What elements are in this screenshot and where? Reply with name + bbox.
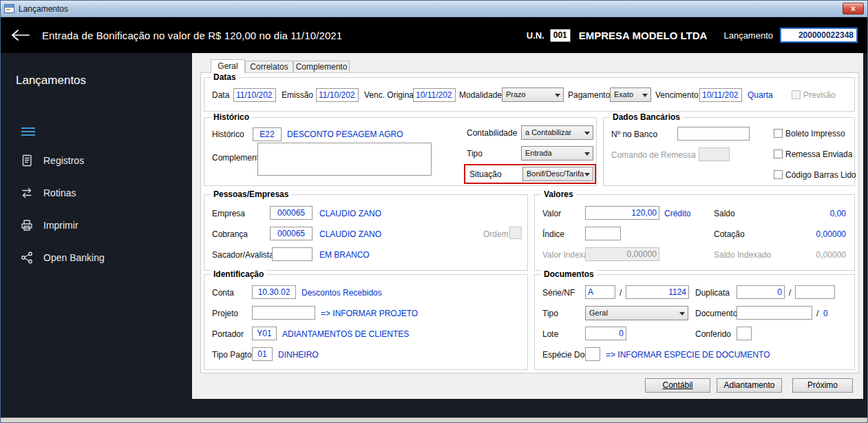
sacador-avalista-input[interactable] [272, 247, 313, 261]
open-banking-icon [20, 251, 34, 265]
proximo-button-label: Próximo [807, 380, 838, 390]
remessa-enviada-checkbox[interactable] [774, 149, 783, 158]
rotinas-icon [20, 186, 34, 200]
venc-original-input[interactable] [413, 88, 456, 102]
sidebar-item-registros[interactable]: Registros [20, 152, 178, 169]
duplicata-input[interactable] [737, 285, 785, 299]
duplicata-label: Duplicata [695, 286, 730, 300]
contabilidade-select[interactable]: a Contabilizar [521, 125, 593, 140]
tab-correlatos[interactable]: Correlatos [245, 61, 293, 73]
conta-input[interactable] [252, 285, 296, 299]
empresa-code-input[interactable] [270, 206, 313, 220]
tab-complemento[interactable]: Complemento [293, 61, 350, 73]
tipo-pagto-description: DINHEIRO [278, 348, 319, 362]
cotacao-label: Cotação [714, 227, 745, 241]
chevron-down-icon [642, 94, 648, 100]
nf-input[interactable] [626, 285, 689, 299]
tipo-doc-value: Geral [589, 309, 608, 317]
indice-input[interactable] [585, 227, 621, 240]
duplicata2-input[interactable] [795, 285, 835, 299]
conferido-label: Conferido [695, 327, 731, 341]
chevron-down-icon [679, 312, 685, 318]
portador-input[interactable] [252, 327, 277, 340]
modalidade-select[interactable]: Prazo [502, 87, 564, 102]
codigo-barras-checkbox[interactable] [774, 170, 783, 179]
documento-input[interactable] [737, 306, 812, 320]
sidebar-title: Lançamentos [16, 74, 86, 87]
tipo-value: Entrada [525, 149, 552, 157]
pagamento-label: Pagamento [568, 88, 610, 102]
window-titlebar[interactable]: Lançamentos × [1, 1, 867, 17]
sidebar-item-open-banking[interactable]: Open Banking [20, 249, 178, 266]
weekday-text: Quarta [748, 88, 773, 102]
conferido-input[interactable] [737, 327, 752, 340]
app-icon[interactable] [4, 4, 14, 13]
sacador-avalista-label: Sacador/Avalista [212, 248, 274, 262]
tipo-label: Tipo [467, 147, 483, 161]
sidebar-item-label: Registros [43, 155, 84, 166]
un-label: U.N. [527, 30, 544, 41]
sacador-avalista-name: EM BRANCO [319, 248, 370, 262]
sidebar-item-label: Rotinas [43, 187, 76, 198]
indice-label: Índice [542, 227, 564, 241]
close-icon[interactable]: × [843, 3, 864, 14]
lote-input[interactable] [585, 327, 626, 340]
data-input[interactable] [233, 88, 276, 102]
pagamento-value: Exato [614, 90, 633, 99]
especie-doc-hint: => INFORMAR ESPECIE DE DOCUMENTO [606, 348, 770, 362]
group-title: Datas [211, 72, 239, 82]
menu-icon[interactable] [21, 127, 35, 136]
previsao-checkbox[interactable] [792, 90, 801, 99]
tipo-pagto-input[interactable] [252, 347, 273, 361]
group-title: Documentos [541, 269, 597, 279]
previsao-label: Previsão [803, 88, 836, 102]
projeto-input[interactable] [252, 306, 315, 320]
adiantamento-button[interactable]: Adiantamento [717, 378, 782, 393]
saldo-indexado-value: 0,00000 [816, 248, 846, 262]
lancamento-number-input[interactable] [780, 28, 858, 43]
vencimento-label: Vencimento [655, 88, 699, 102]
cobranca-code-input[interactable] [270, 227, 313, 240]
empresa-name: CLAUDIO ZANO [319, 207, 381, 220]
un-input[interactable] [550, 29, 571, 42]
serie-input[interactable] [585, 285, 615, 299]
situacao-select[interactable]: Bonif/Desc/Tarifa [522, 167, 593, 181]
comando-remessa-input [699, 147, 730, 161]
registros-icon [20, 154, 34, 167]
historico-description: DESCONTO PESAGEM AGRO [287, 127, 403, 141]
situacao-label: Situação [469, 167, 502, 181]
tipo-select[interactable]: Entrada [521, 146, 593, 161]
tipo-doc-select[interactable]: Geral [585, 306, 688, 320]
emissao-input[interactable] [316, 88, 359, 102]
back-arrow-icon [10, 28, 30, 42]
adiantamento-button-label: Adiantamento [723, 380, 774, 390]
complemento-textarea[interactable] [257, 143, 432, 176]
historico-code-input[interactable] [253, 127, 282, 141]
cobranca-name: CLAUDIO ZANO [319, 227, 381, 241]
group-title: Pessoas/Empresas [211, 189, 291, 199]
tab-geral[interactable]: Geral [211, 59, 245, 73]
complemento-label: Complemento [212, 151, 264, 165]
pagamento-select[interactable]: Exato [610, 87, 651, 102]
sidebar-item-rotinas[interactable]: Rotinas [20, 185, 178, 201]
group-title: Valores [541, 189, 576, 199]
boleto-impresso-checkbox[interactable] [774, 129, 783, 138]
contabilidade-value: a Contabilizar [525, 128, 571, 136]
especie-doc-input[interactable] [585, 347, 600, 361]
venc-original-label: Venc. Original [364, 88, 416, 102]
vencimento-input[interactable] [699, 88, 742, 102]
portador-label: Portador [212, 327, 244, 341]
back-button[interactable] [10, 28, 30, 42]
bottom-scrollbar[interactable] [1, 417, 867, 423]
page-title: Entrada de Bonificação no valor de R$ 12… [42, 30, 342, 41]
valor-input[interactable] [585, 206, 659, 220]
banco-input[interactable] [677, 127, 750, 141]
sidebar-item-imprimir[interactable]: Imprimir [20, 217, 178, 234]
tipo-doc-label: Tipo [542, 307, 558, 320]
documento-label: Documento [695, 307, 737, 320]
documento-slash: / [816, 307, 818, 320]
valor-indexado-input [585, 247, 659, 261]
group-title: Dados Bancários [610, 112, 683, 122]
proximo-button[interactable]: Próximo [792, 378, 853, 393]
contabil-button[interactable]: Contábil [645, 378, 710, 393]
